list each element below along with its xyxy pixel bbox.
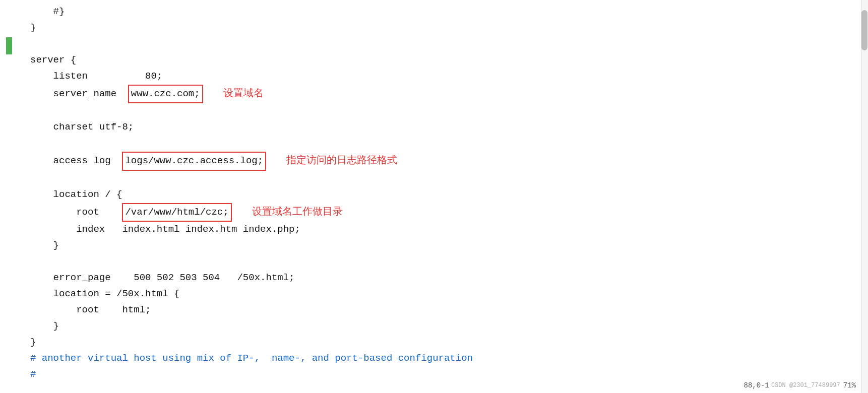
code-line-8: charset utf-8; bbox=[30, 119, 858, 136]
line-text: server { bbox=[30, 52, 76, 68]
scrollbar-track[interactable] bbox=[861, 0, 868, 393]
line-text bbox=[30, 103, 36, 119]
scrollbar-thumb[interactable] bbox=[861, 10, 867, 50]
line-text: } bbox=[30, 238, 59, 253]
annotation-domain: 设置域名 bbox=[223, 85, 264, 101]
line-text: } bbox=[30, 318, 59, 334]
code-line-5: listen 80; bbox=[30, 69, 858, 85]
line-text: access_log bbox=[30, 153, 122, 169]
code-line-17: error_page 500 502 503 504 /50x.html; bbox=[30, 270, 858, 286]
root-value: /var/www/html/czc; bbox=[122, 203, 231, 222]
line-text: } bbox=[30, 335, 36, 350]
code-line-13: root /var/www/html/czc;设置域名工作做目录 bbox=[30, 203, 858, 222]
code-line-22: # another virtual host using mix of IP-,… bbox=[30, 351, 858, 367]
code-line-12: location / { bbox=[30, 187, 858, 203]
code-line-9 bbox=[30, 136, 858, 152]
comment-line-another: # another virtual host using mix of IP-,… bbox=[30, 351, 473, 366]
line-text: charset utf-8; bbox=[30, 119, 134, 135]
line-text: root bbox=[30, 205, 122, 220]
code-line-14: index index.html index.htm index.php; bbox=[30, 222, 858, 238]
line-text bbox=[30, 36, 36, 52]
annotation-workdir: 设置域名工作做目录 bbox=[252, 203, 343, 220]
code-line-11 bbox=[30, 171, 858, 187]
zoom-level: 71% bbox=[843, 381, 856, 389]
code-line-6: server_name www.czc.com;设置域名 bbox=[30, 85, 858, 103]
line-text: index index.html index.htm index.php; bbox=[30, 222, 300, 237]
line-text bbox=[30, 254, 36, 270]
code-line-4: server { bbox=[30, 52, 858, 69]
green-cursor-marker bbox=[6, 37, 12, 54]
csdn-label: CSDN @2301_77489997 bbox=[771, 382, 840, 389]
code-line-20: } bbox=[30, 318, 858, 335]
line-text: listen 80; bbox=[30, 69, 162, 84]
cursor-position: 88,0-1 bbox=[744, 381, 769, 389]
line-text: server_name bbox=[30, 86, 128, 102]
annotation-log: 指定访问的日志路径格式 bbox=[286, 152, 397, 168]
code-line-21: } bbox=[30, 335, 858, 351]
access-log-value: logs/www.czc.access.log; bbox=[122, 152, 266, 170]
line-text: #} bbox=[30, 4, 65, 20]
line-text bbox=[30, 171, 36, 186]
line-text: root html; bbox=[30, 302, 151, 318]
line-text: } bbox=[30, 20, 36, 36]
code-line-18: location = /50x.html { bbox=[30, 286, 858, 302]
code-content: #} } server { listen 80; server_name www… bbox=[0, 0, 868, 387]
status-bar: 88,0-1 CSDN @2301_77489997 71% bbox=[0, 378, 861, 393]
code-line-3 bbox=[30, 36, 858, 52]
code-line-7 bbox=[30, 103, 858, 119]
code-line-2: } bbox=[30, 20, 858, 36]
code-line-16 bbox=[30, 254, 858, 270]
editor-area: #} } server { listen 80; server_name www… bbox=[0, 0, 868, 393]
code-line-1: #} bbox=[30, 4, 858, 20]
code-line-15: } bbox=[30, 238, 858, 254]
server-name-value: www.czc.com; bbox=[128, 85, 203, 103]
line-text: error_page 500 502 503 504 /50x.html; bbox=[30, 270, 295, 286]
code-line-19: root html; bbox=[30, 302, 858, 318]
line-text bbox=[30, 136, 36, 151]
line-text: location / { bbox=[30, 187, 122, 203]
code-line-10: access_log logs/www.czc.access.log;指定访问的… bbox=[30, 152, 858, 170]
line-text: location = /50x.html { bbox=[30, 286, 179, 302]
